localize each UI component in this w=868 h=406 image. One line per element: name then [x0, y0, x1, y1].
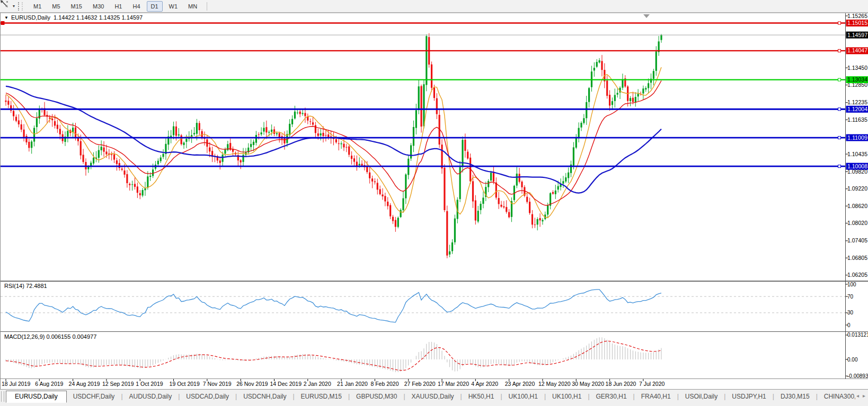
svg-text:18 Jul 2019: 18 Jul 2019	[2, 381, 30, 387]
svg-text:1.06205: 1.06205	[847, 272, 867, 278]
tab-dj30-m15[interactable]: DJ30,M15	[774, 391, 816, 402]
mt4-terminal: { "toolbar": { "cursor_tool_name": "char…	[0, 0, 868, 406]
svg-text:6 Aug 2019: 6 Aug 2019	[35, 381, 63, 387]
svg-text:1.12004: 1.12004	[847, 106, 867, 112]
svg-text:1.11635: 1.11635	[847, 117, 867, 123]
chart-tools-icon[interactable]	[2, 2, 12, 11]
tab-fra40-h1[interactable]: FRA40,H1	[635, 391, 677, 402]
svg-text:0.013121: 0.013121	[847, 332, 868, 338]
tab-usoil-daily[interactable]: USOil,Daily	[679, 391, 724, 402]
tabbar-grip[interactable]	[1, 391, 4, 402]
timeframe-button-group: M1M5M15M30H1H4D1W1MN	[28, 1, 202, 12]
tab-eurusd-daily[interactable]: EURUSD,Daily	[6, 391, 67, 403]
svg-text:1.08020: 1.08020	[847, 220, 867, 226]
tab-hk50-h1[interactable]: HK50,H1	[462, 391, 501, 402]
svg-text:1.06805: 1.06805	[847, 255, 867, 261]
tab-usdcad-daily[interactable]: USDCAD,Daily	[180, 391, 235, 402]
svg-text:8 Feb 2020: 8 Feb 2020	[370, 381, 398, 387]
tab-scroll-right-icon[interactable]: ▸	[862, 390, 868, 399]
svg-text:1.08620: 1.08620	[847, 203, 867, 209]
chart-tabs: EURUSD,DailyUSDCHF,Daily|AUDUSD,Daily|US…	[6, 390, 855, 403]
timeframe-button-h4[interactable]: H4	[128, 1, 144, 12]
svg-text:2 Jan 2020: 2 Jan 2020	[304, 381, 331, 387]
tab-china300-h4[interactable]: CHINA300,H4	[818, 391, 855, 402]
svg-text:12 Sep 2019: 12 Sep 2019	[102, 381, 134, 387]
svg-text:30 May 2020: 30 May 2020	[572, 381, 604, 387]
svg-text:26 Nov 2019: 26 Nov 2019	[236, 381, 268, 387]
svg-text:23 Apr 2020: 23 Apr 2020	[505, 381, 535, 387]
svg-text:1.15265: 1.15265	[847, 13, 867, 19]
timeframe-button-m1[interactable]: M1	[29, 1, 46, 12]
timeframe-button-d1[interactable]: D1	[147, 1, 163, 12]
svg-text:1.15015: 1.15015	[847, 20, 867, 26]
svg-text:1.13034: 1.13034	[847, 77, 867, 83]
toolbar-grip[interactable]	[18, 2, 23, 11]
tab-usdjpy-h1[interactable]: USDJPY,H1	[725, 391, 772, 402]
svg-text:19 Oct 2019: 19 Oct 2019	[170, 381, 200, 387]
chart-tab-bar: EURUSD,DailyUSDCHF,Daily|AUDUSD,Daily|US…	[0, 389, 868, 406]
tab-audusd-daily[interactable]: AUDUSD,Daily	[123, 391, 179, 402]
svg-text:-0.00893: -0.00893	[847, 373, 868, 379]
tab-scroll-left-icon[interactable]: ◂	[855, 390, 862, 399]
chart-canvas[interactable]: 1.152651.134501.128501.122351.116351.104…	[1, 13, 868, 389]
svg-text:14 Dec 2019: 14 Dec 2019	[270, 381, 302, 387]
timeframe-button-m5[interactable]: M5	[48, 1, 64, 12]
chart-tools-dropdown-icon[interactable]: ▾	[13, 4, 15, 8]
tab-usdchf-daily[interactable]: USDCHF,Daily	[67, 391, 121, 402]
timeframe-button-mn[interactable]: MN	[184, 1, 201, 12]
svg-text:30: 30	[847, 310, 854, 315]
tab-ger30-h1[interactable]: GER30,H1	[590, 391, 633, 402]
tab-gbpusd-m30[interactable]: GBPUSD,M30	[350, 391, 403, 402]
svg-text:12 May 2020: 12 May 2020	[538, 381, 571, 387]
tab-eurusd-m15[interactable]: EURUSD,M15	[295, 391, 348, 402]
svg-text:1.12235: 1.12235	[847, 100, 867, 105]
tab-usdcnh-daily[interactable]: USDCNH,Daily	[237, 391, 293, 402]
svg-text:17 Mar 2020: 17 Mar 2020	[438, 381, 469, 387]
tab-uk100-h1[interactable]: UK100,H1	[502, 391, 544, 402]
chart-window: 1.152651.134501.128501.122351.116351.104…	[0, 13, 868, 389]
panel-frames	[1, 13, 868, 389]
top-toolbar: ▾ M1M5M15M30H1H4D1W1MN	[0, 0, 868, 13]
svg-text:1.14047: 1.14047	[847, 48, 867, 53]
svg-text:7 Nov 2019: 7 Nov 2019	[203, 381, 232, 387]
svg-text:0.00: 0.00	[847, 357, 858, 363]
tab-uk100-h1[interactable]: UK100,H1	[546, 391, 588, 402]
svg-text:1.11009: 1.11009	[847, 135, 867, 141]
svg-text:1.07405: 1.07405	[847, 238, 867, 243]
svg-text:7 Jul 2020: 7 Jul 2020	[639, 381, 665, 387]
svg-text:100: 100	[847, 282, 856, 287]
svg-text:1.10435: 1.10435	[847, 151, 867, 157]
timeframe-button-m15[interactable]: M15	[67, 1, 86, 12]
svg-text:0: 0	[847, 322, 851, 328]
svg-text:21 Jan 2020: 21 Jan 2020	[337, 381, 368, 387]
svg-text:1.09220: 1.09220	[847, 186, 867, 192]
timeframe-button-w1[interactable]: W1	[165, 1, 182, 12]
toolbar-separator	[207, 2, 207, 11]
svg-text:4 Apr 2020: 4 Apr 2020	[471, 381, 498, 387]
svg-text:1 Oct 2019: 1 Oct 2019	[136, 381, 163, 387]
svg-text:1.14597: 1.14597	[847, 32, 867, 38]
svg-text:27 Feb 2020: 27 Feb 2020	[404, 381, 436, 387]
svg-text:1.13450: 1.13450	[847, 65, 867, 71]
svg-text:70: 70	[847, 294, 854, 300]
tab-xauusd-daily[interactable]: XAUUSD,Daily	[405, 391, 460, 402]
timeframe-button-m30[interactable]: M30	[88, 1, 108, 12]
timeframe-button-h1[interactable]: H1	[110, 1, 126, 12]
svg-text:1.10008: 1.10008	[847, 164, 867, 169]
svg-text:18 Jun 2020: 18 Jun 2020	[606, 381, 636, 387]
svg-text:24 Aug 2019: 24 Aug 2019	[69, 381, 100, 387]
